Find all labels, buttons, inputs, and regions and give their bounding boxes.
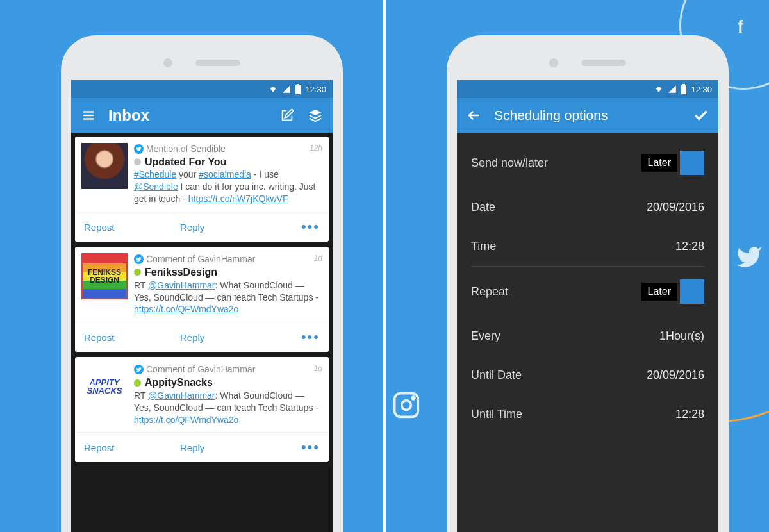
time-ago: 1d <box>314 253 322 263</box>
card-title: Updated For You <box>145 155 226 169</box>
toggle-handle[interactable] <box>680 151 704 175</box>
time-row[interactable]: Time 12:28 <box>457 227 718 266</box>
repost-button[interactable]: Repost <box>84 222 167 233</box>
card-title: AppitySnacks <box>145 376 213 390</box>
reply-button[interactable]: Reply <box>167 442 301 453</box>
status-dot <box>134 269 141 276</box>
more-icon[interactable]: ••• <box>301 439 320 456</box>
svg-point-9 <box>402 401 411 410</box>
inbox-card[interactable]: APPITY SNACKS 1d Comment of GavinHammar <box>75 357 329 462</box>
phone-frame-right: 12:30 Scheduling options Send now/later … <box>447 35 729 532</box>
inbox-content: 12h Mention of Sendible Updated For You <box>71 133 333 471</box>
phone-frame-left: 12:30 Inbox <box>61 35 343 532</box>
battery-icon <box>295 84 301 94</box>
svg-rect-11 <box>681 85 686 94</box>
status-dot <box>134 158 141 165</box>
card-body-text: RT @GavinHammar: What SoundCloud — Yes, … <box>134 390 322 426</box>
signal-icon <box>668 85 677 94</box>
wifi-icon <box>654 85 664 94</box>
url-link[interactable]: https://t.co/nW7jKQkwVF <box>188 194 288 204</box>
status-bar: 12:30 <box>71 80 333 98</box>
row-label: Every <box>471 329 500 343</box>
row-value: 20/09/2016 <box>647 201 704 214</box>
hashtag-link[interactable]: #Schedule <box>134 169 176 179</box>
inbox-card[interactable]: FENIKSS DESIGN 1d Comment of GavinHammar <box>75 247 329 352</box>
time-ago: 1d <box>314 363 322 374</box>
url-link[interactable]: https://t.co/QFWmdYwa2o <box>134 304 238 314</box>
repeat-row[interactable]: Repeat Later <box>457 267 718 317</box>
repost-button[interactable]: Repost <box>84 442 167 453</box>
row-label: Date <box>471 201 495 214</box>
scheduling-content: Send now/later Later Date 20/09/2016 Tim… <box>457 133 718 532</box>
row-value: 1Hour(s) <box>659 329 704 343</box>
card-meta: Comment of GavinHammar <box>146 363 255 376</box>
reply-button[interactable]: Reply <box>167 222 301 233</box>
toggle-handle[interactable] <box>680 279 704 304</box>
twitter-badge-icon <box>134 254 144 264</box>
compose-icon[interactable] <box>279 107 295 124</box>
avatar: APPITY SNACKS <box>81 363 128 410</box>
twitter-badge-icon <box>134 365 144 374</box>
battery-icon <box>681 84 687 94</box>
mention-link[interactable]: @GavinHammar <box>148 390 215 401</box>
status-dot <box>134 379 141 387</box>
page-title: Scheduling options <box>494 108 681 123</box>
row-value: 20/09/2016 <box>647 369 704 382</box>
card-title: FenikssDesign <box>145 265 217 279</box>
status-bar: 12:30 <box>457 80 718 98</box>
reply-button[interactable]: Reply <box>167 332 301 343</box>
back-arrow-icon[interactable] <box>466 107 483 124</box>
card-meta: Mention of Sendible <box>146 143 226 155</box>
row-value: 12:28 <box>675 408 704 421</box>
toggle-label: Later <box>641 154 677 172</box>
signal-icon <box>282 85 291 94</box>
mention-link[interactable]: @GavinHammar <box>148 280 215 290</box>
until-date-row[interactable]: Until Date 20/09/2016 <box>457 356 718 395</box>
inbox-card[interactable]: 12h Mention of Sendible Updated For You <box>75 137 329 242</box>
hamburger-icon[interactable] <box>80 107 97 124</box>
card-meta: Comment of GavinHammar <box>146 253 255 265</box>
app-bar-inbox: Inbox <box>71 98 333 133</box>
avatar: FENIKSS DESIGN <box>81 253 128 299</box>
page-title: Inbox <box>108 106 267 124</box>
hashtag-link[interactable]: #socialmedia <box>199 169 251 179</box>
card-body-text: #Schedule your #socialmedia - I use @Sen… <box>134 169 322 205</box>
status-time: 12:30 <box>305 85 326 94</box>
send-now-later-row[interactable]: Send now/later Later <box>457 138 718 188</box>
repeat-toggle[interactable]: Later <box>641 279 704 304</box>
wifi-icon <box>268 85 278 94</box>
svg-rect-12 <box>682 84 685 85</box>
row-label: Time <box>471 240 496 253</box>
twitter-icon <box>736 244 763 273</box>
layers-icon[interactable] <box>307 107 324 124</box>
svg-rect-4 <box>297 84 299 85</box>
until-time-row[interactable]: Until Time 12:28 <box>457 395 718 434</box>
send-toggle[interactable]: Later <box>641 151 704 175</box>
facebook-icon: f <box>738 17 743 37</box>
app-bar-scheduling: Scheduling options <box>457 98 718 133</box>
mention-link[interactable]: @Sendible <box>134 181 178 192</box>
svg-rect-8 <box>395 394 418 417</box>
status-time: 12:30 <box>691 85 712 94</box>
repost-button[interactable]: Repost <box>84 332 167 343</box>
row-label: Until Time <box>471 408 522 421</box>
toggle-label: Later <box>641 283 677 301</box>
more-icon[interactable]: ••• <box>301 219 320 235</box>
card-body-text: RT @GavinHammar: What SoundCloud — Yes, … <box>134 279 322 316</box>
row-label: Until Date <box>471 369 522 382</box>
svg-rect-3 <box>295 85 301 94</box>
checkmark-icon[interactable] <box>693 107 709 124</box>
every-row[interactable]: Every 1Hour(s) <box>457 317 718 356</box>
svg-point-10 <box>412 397 415 399</box>
row-value: 12:28 <box>675 240 704 253</box>
more-icon[interactable]: ••• <box>301 329 320 345</box>
url-link[interactable]: https://t.co/QFWmdYwa2o <box>134 415 238 425</box>
time-ago: 12h <box>310 143 322 153</box>
row-label: Repeat <box>471 285 508 299</box>
date-row[interactable]: Date 20/09/2016 <box>457 188 718 227</box>
twitter-badge-icon <box>134 144 144 154</box>
instagram-icon <box>392 391 420 422</box>
avatar <box>81 143 128 189</box>
row-label: Send now/later <box>471 156 548 170</box>
